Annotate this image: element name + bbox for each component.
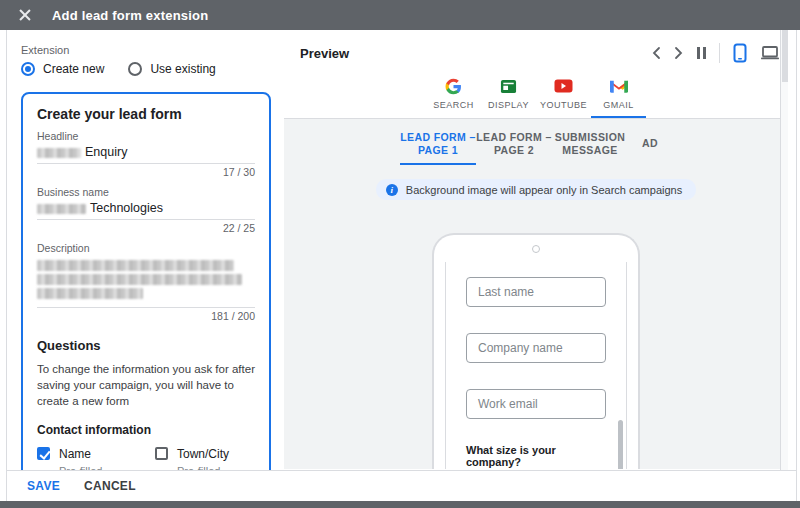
preview-controls — [651, 43, 780, 63]
description-input[interactable] — [37, 254, 255, 308]
card-title: Create your lead form — [37, 106, 255, 122]
preview-field-company-name: Company name — [466, 333, 606, 363]
display-icon — [481, 76, 536, 96]
bottom-dark-strip — [0, 501, 800, 508]
radio-create-new[interactable]: Create new — [21, 62, 104, 76]
extension-radio-group: Create new Use existing — [21, 62, 284, 76]
chevron-right-icon[interactable] — [674, 46, 684, 60]
redacted-text — [37, 274, 242, 285]
description-label: Description — [37, 242, 255, 254]
dialog-title: Add lead form extension — [52, 8, 208, 23]
radio-selected-icon[interactable] — [21, 62, 35, 76]
preview-question-label: What size is your company? — [466, 444, 606, 468]
phone-mockup: Last name Company name Work email What s… — [432, 233, 640, 469]
radio-use-existing[interactable]: Use existing — [128, 62, 215, 76]
cancel-button[interactable]: CANCEL — [84, 479, 136, 493]
preview-field-last-name: Last name — [466, 277, 606, 307]
checkbox-item-town-city: Town/City Pre-filled — [155, 447, 255, 470]
dialog-scrollbar[interactable] — [780, 30, 788, 470]
lead-form-card: Create your lead form Headline Enquiry 1… — [21, 92, 271, 470]
business-name-counter: 22 / 25 — [37, 222, 255, 234]
dialog-body: Extension Create new Use existing Create… — [6, 30, 797, 501]
google-g-icon — [426, 76, 481, 96]
add-lead-form-extension-dialog: Add lead form extension Extension Create… — [0, 0, 800, 508]
youtube-icon — [536, 76, 591, 96]
preview-title: Preview — [300, 46, 349, 61]
tab-submission-message[interactable]: SUBMISSION MESSAGE — [552, 131, 628, 165]
contact-right-column: Town/City Pre-filled Postcode Pre-filled — [155, 447, 255, 470]
chevron-left-icon[interactable] — [651, 46, 661, 60]
checkbox-item-name: Name Pre-filled — [37, 447, 155, 470]
close-icon[interactable] — [18, 8, 32, 22]
info-banner-text: Background image will appear only in Sea… — [406, 184, 682, 196]
preview-panel: Preview — [284, 30, 788, 470]
radio-unselected-icon[interactable] — [128, 62, 142, 76]
headline-label: Headline — [37, 130, 255, 142]
info-icon: i — [386, 184, 398, 196]
checkbox-checked-icon[interactable] — [37, 447, 50, 460]
radio-create-new-label: Create new — [43, 62, 104, 76]
mobile-preview-icon[interactable] — [733, 43, 747, 63]
radio-use-existing-label: Use existing — [150, 62, 215, 76]
desktop-preview-icon[interactable] — [760, 45, 780, 61]
phone-camera-dot — [532, 245, 540, 253]
save-button[interactable]: SAVE — [27, 479, 60, 493]
divider — [719, 43, 720, 63]
preview-content: LEAD FORM – PAGE 1 LEAD FORM – PAGE 2 SU… — [284, 119, 788, 469]
questions-title: Questions — [37, 338, 255, 353]
phone-screen: Last name Company name Work email What s… — [445, 262, 627, 469]
channel-tab-youtube[interactable]: YOUTUBE — [536, 76, 591, 118]
redacted-text — [37, 204, 86, 214]
info-banner: i Background image will appear only in S… — [376, 179, 696, 200]
contact-left-column: Name Pre-filled First name and last name — [37, 447, 155, 470]
checkbox-town-city[interactable]: Town/City — [155, 447, 255, 461]
questions-help-text: To change the information you ask for af… — [37, 361, 255, 409]
headline-value: Enquiry — [85, 145, 127, 159]
headline-input[interactable]: Enquiry — [37, 142, 255, 164]
checkbox-unchecked-icon[interactable] — [155, 447, 168, 460]
phone-scrollbar[interactable] — [618, 420, 623, 469]
preview-field-work-email: Work email — [466, 389, 606, 419]
redacted-text — [37, 288, 143, 299]
preview-header: Preview — [284, 30, 788, 119]
channel-tabs: SEARCH DISPLAY — [426, 76, 646, 118]
gmail-icon — [591, 76, 646, 96]
redacted-text — [37, 148, 81, 158]
dialog-header: Add lead form extension — [0, 0, 800, 30]
contact-information-title: Contact information — [37, 423, 255, 437]
checkbox-name[interactable]: Name — [37, 447, 155, 461]
lead-form-tabs: LEAD FORM – PAGE 1 LEAD FORM – PAGE 2 SU… — [284, 119, 788, 165]
headline-counter: 17 / 30 — [37, 166, 255, 178]
tab-lead-form-page-2[interactable]: LEAD FORM – PAGE 2 — [476, 131, 552, 165]
business-name-value: Technologies — [90, 201, 163, 215]
tab-ad[interactable]: AD — [628, 131, 672, 165]
business-name-input[interactable]: Technologies — [37, 198, 255, 220]
description-counter: 181 / 200 — [37, 310, 255, 322]
channel-tab-gmail[interactable]: GMAIL — [591, 76, 646, 118]
action-bar: SAVE CANCEL — [7, 470, 796, 501]
tab-lead-form-page-1[interactable]: LEAD FORM – PAGE 1 — [400, 131, 476, 165]
business-name-label: Business name — [37, 186, 255, 198]
channel-tab-display[interactable]: DISPLAY — [481, 76, 536, 118]
contact-information-grid: Name Pre-filled First name and last name — [37, 447, 255, 470]
channel-tab-search[interactable]: SEARCH — [426, 76, 481, 118]
extension-label: Extension — [21, 44, 284, 56]
pause-icon[interactable] — [697, 47, 706, 59]
redacted-text — [37, 260, 234, 271]
extension-settings-panel: Extension Create new Use existing Create… — [7, 30, 284, 470]
